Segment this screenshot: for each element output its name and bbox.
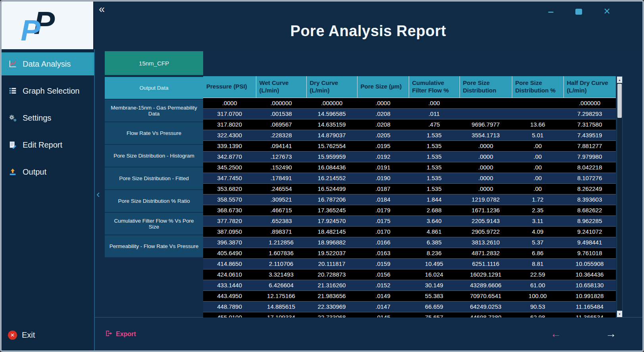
sidebar: Data AnalysisGraph SelectionSettingsEdit… — [2, 49, 95, 350]
table-cell: 20.728873 — [306, 269, 357, 280]
table-row[interactable]: 414.86502.11070620.111817.015910.4956251… — [203, 258, 616, 269]
table-cell: 6.385 — [409, 237, 459, 248]
table-row[interactable]: 448.789014.88561522.330969.014766.659642… — [203, 301, 616, 312]
table-cell: 7.439519 — [563, 130, 616, 140]
table-row[interactable]: 377.7820.65238317.924570.01753.6402205.9… — [203, 215, 616, 226]
table-cell: 61.00 — [512, 280, 563, 290]
subpanel-item-flow-rate-vs-pressure[interactable]: Flow Rate Vs Pressure — [105, 122, 203, 145]
table-cell: 70970.6541 — [459, 290, 512, 301]
sidebar-item-edit-report[interactable]: Edit Report — [2, 133, 94, 156]
table-cell: .00 — [512, 173, 563, 183]
subpanel-item-cumulative-filter-flow-vs-pore-size[interactable]: Cumulative Filter Flow % Vs Pore Size — [105, 213, 203, 235]
subpanel-item-label: Cumulative Filter Flow % Vs Pore Size — [109, 218, 199, 230]
page-title: Pore Analysis Report — [290, 23, 446, 40]
table-row[interactable]: 433.14406.42660421.316260.015230.1494328… — [203, 280, 616, 290]
table-cell: 317.0700 — [203, 108, 256, 119]
sidebar-item-output[interactable]: Output — [2, 160, 94, 183]
table-row[interactable]: 345.2500.15249016.084436.01911.535.0000.… — [203, 162, 616, 173]
subpanel-item-label: Flow Rate Vs Pressure — [127, 130, 181, 136]
table-cell: 3.640 — [409, 215, 459, 226]
subpanel-item-output-data[interactable]: Output Data — [105, 77, 203, 100]
table-cell: 2.688 — [409, 205, 459, 215]
table-cell: 11.165484 — [563, 301, 616, 312]
table-cell: .0147 — [357, 301, 409, 312]
table-row[interactable]: 358.5570.30952116.787206.01841.8441219.0… — [203, 194, 616, 205]
table-cell: 1.535 — [409, 140, 459, 151]
table-row[interactable]: 347.7450.17849116.214552.01901.535.0000.… — [203, 173, 616, 183]
page-navigation: ← → — [550, 329, 642, 339]
table-cell: .000 — [409, 98, 459, 108]
table-row[interactable]: 368.6730.46671517.365245.01792.6881671.1… — [203, 205, 616, 215]
table-cell — [512, 108, 563, 119]
column-header[interactable]: Pore Size Distribution — [459, 76, 512, 98]
column-header[interactable]: Pore Size Distribution % — [512, 76, 563, 98]
collapse-subpanel-chevron-icon[interactable]: ‹ — [96, 189, 100, 199]
table-cell: 2.35 — [512, 205, 563, 215]
sidebar-item-graph-selection[interactable]: Graph Selection — [2, 79, 94, 102]
minimize-button[interactable]: – — [548, 6, 554, 17]
column-header[interactable]: Pressure (PSI) — [203, 76, 256, 98]
exit-button[interactable]: ✕ Exit — [2, 325, 94, 345]
collapse-sidebar-icon[interactable]: « — [99, 4, 105, 15]
table-cell: 18.996882 — [306, 237, 357, 248]
maximize-button[interactable] — [575, 9, 582, 15]
sidebar-item-data-analysis[interactable]: Data Analysis — [2, 52, 94, 75]
table-cell: .0000 — [459, 162, 512, 173]
table-cell: 5.01 — [512, 130, 563, 140]
column-header[interactable]: Half Dry Curve (L/min) — [563, 76, 616, 98]
column-header[interactable]: Dry Curve (L/min) — [306, 76, 357, 98]
titlebar: P P « Pore Analysis Report – ✕ — [2, 2, 642, 49]
subpanel-item-pore-size-distribution-ratio[interactable]: Pore Size Distribution % Ratio — [105, 190, 203, 213]
table-row[interactable]: 396.38701.21285618.996882.01666.3853813.… — [203, 237, 616, 248]
table-row[interactable]: 455.010017.10933422.733068.014575.657446… — [203, 312, 616, 317]
export-button[interactable]: Export — [105, 329, 136, 339]
table-row[interactable]: 339.1390.09414115.762554.01951.535.0000.… — [203, 140, 616, 151]
subpanel-item-permeability-flow-rate-vs-pressure[interactable]: Permeability - Flow Rate Vs Pressure — [105, 235, 203, 258]
table-cell: 396.3870 — [203, 237, 256, 248]
forward-arrow-button[interactable]: → — [606, 329, 616, 339]
column-header[interactable]: Pore Size (µm) — [357, 76, 409, 98]
sidebar-item-label: Data Analysis — [23, 60, 71, 69]
table-cell: .475 — [409, 119, 459, 130]
sidebar-items: Data AnalysisGraph SelectionSettingsEdit… — [2, 52, 94, 187]
table-cell: 10.055908 — [563, 258, 616, 269]
table-cell: 10.658130 — [563, 280, 616, 290]
scroll-down-button[interactable]: ▼ — [617, 311, 622, 317]
subpanel-item-membrane-15nm-gas-permeability-data[interactable]: Membrane-15nm - Gas Permeability Data — [105, 100, 203, 122]
sidebar-item-settings[interactable]: Settings — [2, 106, 94, 129]
table-row[interactable]: 387.0950.89837118.482145.01704.8612905.9… — [203, 226, 616, 237]
table-cell: 4.09 — [512, 226, 563, 237]
scrollbar-thumb[interactable] — [617, 84, 622, 118]
subpanel-item-pore-size-distribution-fitted[interactable]: Pore Size Distribution - Fitted — [105, 167, 203, 190]
table-row[interactable]: 322.4300.22832814.879037.02051.5353554.1… — [203, 130, 616, 140]
table-row[interactable]: 353.6820.24655416.524499.01871.535.0000.… — [203, 183, 616, 194]
table-cell: 1.535 — [409, 151, 459, 162]
table-row[interactable]: 342.8770.12767315.959959.01921.535.0000.… — [203, 151, 616, 162]
column-header[interactable]: Cumulative Filter Flow % — [409, 76, 459, 98]
table-cell: 1.535 — [409, 162, 459, 173]
subpanel-item-pore-size-distribution-histogram[interactable]: Pore Size Distribution - Histogram — [105, 145, 203, 167]
table-cell: 8.042218 — [563, 162, 616, 173]
table-cell: .0208 — [357, 108, 409, 119]
data-table: Pressure (PSI)Wet Curve (L/min)Dry Curve… — [203, 76, 616, 317]
table-row[interactable]: 317.0700.00153814.596585.0208.0117.29829… — [203, 108, 616, 119]
table-row[interactable]: 443.495012.17516621.983656.014955.383709… — [203, 290, 616, 301]
table-cell: .0145 — [357, 312, 409, 317]
table-cell: 8.962285 — [563, 215, 616, 226]
dataset-tab-15nm-cfp[interactable]: 15nm_CFP — [105, 51, 203, 75]
subpanel-item-label: Permeability - Flow Rate Vs Pressure — [110, 243, 198, 249]
table-row[interactable]: .0000.000000.000000.0000.000.000000 — [203, 98, 616, 108]
back-arrow-button[interactable]: ← — [550, 329, 561, 339]
table-cell: .228328 — [256, 130, 306, 140]
table-cell: .178491 — [256, 173, 306, 183]
close-button[interactable]: ✕ — [604, 7, 611, 16]
column-header[interactable]: Wet Curve (L/min) — [256, 76, 306, 98]
vertical-scrollbar[interactable]: ▲ ▼ — [617, 76, 623, 317]
table-row[interactable]: 405.64901.60783619.522037.01638.2364871.… — [203, 248, 616, 258]
exit-icon: ✕ — [8, 331, 17, 340]
scroll-up-button[interactable]: ▲ — [617, 77, 622, 83]
table-cell: 8.262249 — [563, 183, 616, 194]
table-row[interactable]: 317.8020.06956714.635159.0208.4759696.79… — [203, 119, 616, 130]
table-row[interactable]: 424.06103.32149320.728873.015616.0241602… — [203, 269, 616, 280]
table-cell: 10.495 — [409, 258, 459, 269]
